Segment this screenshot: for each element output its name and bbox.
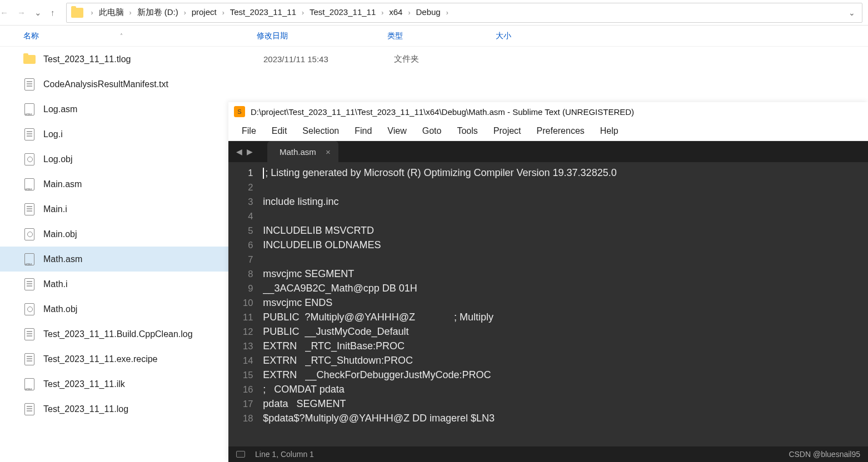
sublime-window: S D:\project\Test_2023_11_11\Test_2023_1… [228, 102, 868, 462]
folder-icon [71, 8, 83, 18]
tab-label: Math.asm [280, 147, 316, 157]
gutter: 123456789101112131415161718 [228, 162, 263, 446]
file-row[interactable]: Test_2023_11_11.tlog2023/11/11 15:43文件夹 [0, 47, 868, 72]
panel-icon[interactable] [236, 451, 245, 458]
doc-icon [24, 128, 34, 140]
menu-file[interactable]: File [234, 126, 264, 136]
breadcrumb-item[interactable]: x64 [387, 7, 405, 17]
doc-icon [24, 278, 34, 290]
file-date: 2023/11/11 15:43 [263, 54, 394, 64]
menu-help[interactable]: Help [592, 126, 626, 136]
sublime-titlebar[interactable]: S D:\project\Test_2023_11_11\Test_2023_1… [228, 102, 868, 121]
chevron-right-icon: › [405, 9, 413, 17]
menu-preferences[interactable]: Preferences [529, 126, 592, 136]
watermark: CSDN @bluesnail95 [789, 450, 860, 459]
tab-bar: ◀ ▶ Math.asm × [228, 141, 868, 162]
tab-next-icon[interactable]: ▶ [247, 147, 253, 156]
sublime-menubar: FileEditSelectionFindViewGotoToolsProjec… [228, 121, 868, 141]
file-name: CodeAnalysisResultManifest.txt [43, 79, 263, 89]
chevron-down-icon[interactable]: ⌄ [849, 8, 857, 17]
asm-icon [24, 103, 34, 116]
breadcrumb-item[interactable]: 此电脑 [97, 7, 126, 17]
asm-icon [24, 378, 34, 390]
menu-selection[interactable]: Selection [295, 126, 347, 136]
chevron-right-icon: › [219, 9, 228, 17]
editor[interactable]: 123456789101112131415161718 ; Listing ge… [228, 162, 868, 446]
doc-icon [24, 353, 34, 365]
obj-icon [24, 228, 34, 240]
menu-view[interactable]: View [380, 126, 414, 136]
folder-icon [23, 55, 36, 64]
tab-mathasm[interactable]: Math.asm × [267, 141, 338, 162]
chevron-right-icon: › [443, 9, 452, 17]
column-headers: 名称˄ 修改日期 类型 大小 [0, 26, 868, 47]
nav-back-icon[interactable]: ← [0, 8, 8, 17]
col-size[interactable]: 大小 [496, 31, 551, 41]
address-bar[interactable]: › 此电脑›新加卷 (D:)›project›Test_2023_11_11›T… [66, 3, 863, 23]
breadcrumb-item[interactable]: Test_2023_11_11 [307, 7, 378, 17]
obj-icon [24, 303, 34, 315]
tab-prev-icon[interactable]: ◀ [236, 147, 242, 156]
nav-forward-icon[interactable]: → [17, 8, 26, 17]
nav-recent-icon[interactable]: ⌄ [34, 8, 42, 18]
nav-up-icon[interactable]: ↑ [51, 8, 55, 17]
breadcrumb-item[interactable]: 新加卷 (D:) [135, 7, 181, 17]
obj-icon [24, 153, 34, 165]
breadcrumb-item[interactable]: Debug [413, 7, 442, 17]
chevron-right-icon: › [126, 9, 135, 17]
menu-find[interactable]: Find [347, 126, 380, 136]
menu-tools[interactable]: Tools [449, 126, 485, 136]
doc-icon [24, 403, 34, 415]
breadcrumb-item[interactable]: Test_2023_11_11 [228, 7, 298, 17]
file-name: Test_2023_11_11.tlog [43, 54, 263, 64]
menu-project[interactable]: Project [486, 126, 529, 136]
doc-icon [24, 78, 34, 91]
col-name[interactable]: 名称 [23, 31, 39, 41]
doc-icon [24, 328, 34, 340]
chevron-right-icon: › [88, 9, 97, 17]
doc-icon [24, 203, 34, 215]
file-row[interactable]: CodeAnalysisResultManifest.txt [0, 72, 868, 97]
col-type[interactable]: 类型 [387, 31, 496, 41]
explorer-nav: ← → ⌄ ↑ › 此电脑›新加卷 (D:)›project›Test_2023… [0, 0, 868, 26]
breadcrumb-item[interactable]: project [189, 7, 219, 17]
sublime-app-icon: S [234, 106, 245, 117]
status-bar: Line 1, Column 1 [228, 446, 868, 462]
asm-icon [24, 178, 34, 190]
col-date[interactable]: 修改日期 [257, 31, 387, 41]
code-area[interactable]: ; Listing generated by Microsoft (R) Opt… [263, 162, 868, 446]
chevron-right-icon: › [378, 9, 387, 17]
sublime-title-text: D:\project\Test_2023_11_11\Test_2023_11_… [251, 107, 634, 117]
status-text: Line 1, Column 1 [255, 450, 314, 459]
sort-indicator-icon: ˄ [120, 33, 123, 39]
menu-edit[interactable]: Edit [264, 126, 295, 136]
menu-goto[interactable]: Goto [415, 126, 450, 136]
file-type: 文件夹 [394, 54, 502, 64]
asm-icon [24, 253, 34, 265]
close-icon[interactable]: × [326, 147, 331, 157]
chevron-right-icon: › [181, 9, 189, 17]
chevron-right-icon: › [298, 9, 307, 17]
